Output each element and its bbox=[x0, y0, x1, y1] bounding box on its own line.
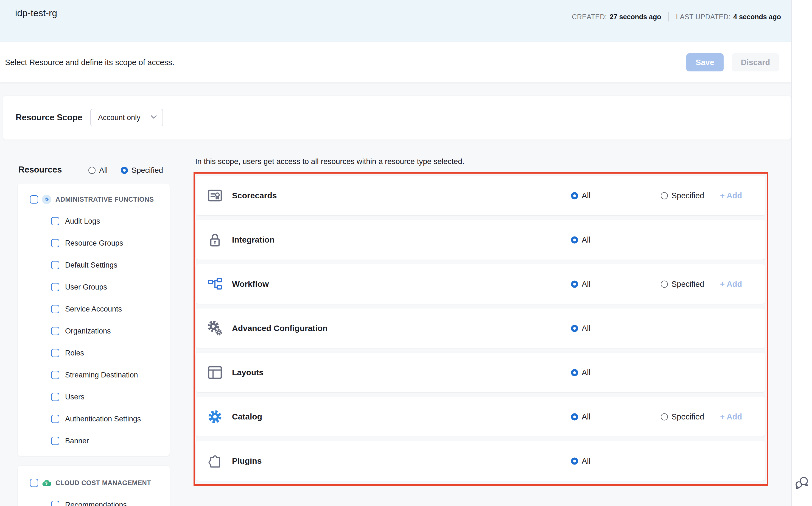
radio-label: Specified bbox=[131, 166, 163, 175]
radio-icon bbox=[121, 167, 128, 174]
created-label: CREATED: bbox=[572, 13, 607, 21]
list-item[interactable]: Organizations bbox=[18, 326, 170, 336]
item-label: Authentication Settings bbox=[65, 415, 141, 423]
radio-icon bbox=[571, 413, 578, 420]
checkbox-user-groups[interactable] bbox=[51, 283, 59, 291]
radio-label: All bbox=[582, 324, 591, 333]
item-label: Streaming Destination bbox=[65, 371, 138, 380]
group-label: ADMINISTRATIVE FUNCTIONS bbox=[56, 195, 154, 203]
resource-group-cloud-cost-management: $ CLOUD COST MANAGEMENT Recommendations bbox=[18, 466, 170, 506]
radio-icon bbox=[571, 325, 578, 332]
radio-label: Specified bbox=[672, 280, 704, 289]
row-label: Catalog bbox=[232, 412, 262, 421]
lock-icon bbox=[207, 232, 223, 248]
radio-icon bbox=[571, 280, 578, 287]
checkbox-administrative-functions[interactable] bbox=[30, 195, 38, 203]
gears-icon bbox=[207, 321, 223, 336]
item-label: Organizations bbox=[65, 327, 111, 335]
created-value: 27 seconds ago bbox=[610, 13, 661, 21]
resources-title: Resources bbox=[18, 165, 62, 175]
discard-button[interactable]: Discard bbox=[732, 53, 779, 71]
resources-radio-all[interactable]: All bbox=[88, 166, 108, 175]
scope-caption: In this scope, users get access to all r… bbox=[195, 157, 464, 166]
list-item[interactable]: Resource Groups bbox=[18, 238, 170, 248]
group-label: CLOUD COST MANAGEMENT bbox=[56, 479, 151, 487]
resource-scope-card: Resource Scope Account only bbox=[3, 96, 791, 140]
item-label: Service Accounts bbox=[65, 305, 122, 314]
row-label: Scorecards bbox=[232, 191, 277, 200]
add-button[interactable]: + Add bbox=[720, 412, 742, 421]
item-label: Banner bbox=[65, 437, 89, 445]
radio-specified[interactable]: Specified bbox=[661, 191, 704, 200]
list-item[interactable]: Users bbox=[18, 392, 170, 402]
checkbox-organizations[interactable] bbox=[51, 327, 59, 335]
checkbox-service-accounts[interactable] bbox=[51, 305, 59, 313]
updated-label: LAST UPDATED: bbox=[676, 13, 731, 21]
checkbox-banner[interactable] bbox=[51, 437, 59, 445]
radio-icon bbox=[661, 192, 668, 199]
radio-icon bbox=[571, 369, 578, 376]
checkbox-cloud-cost-management[interactable] bbox=[30, 479, 38, 487]
resource-group-administrative-functions: ADMINISTRATIVE FUNCTIONS Audit Logs Reso… bbox=[18, 183, 170, 456]
item-label: User Groups bbox=[65, 283, 107, 291]
checkbox-audit-logs[interactable] bbox=[51, 217, 59, 225]
group-header-row[interactable]: ADMINISTRATIVE FUNCTIONS bbox=[18, 195, 170, 204]
radio-specified[interactable]: Specified bbox=[661, 412, 704, 421]
radio-icon bbox=[88, 167, 96, 174]
chat-bubbles-icon[interactable] bbox=[795, 476, 809, 491]
list-item[interactable]: Service Accounts bbox=[18, 304, 170, 314]
radio-all[interactable]: All bbox=[571, 235, 591, 245]
group-header-row[interactable]: $ CLOUD COST MANAGEMENT bbox=[18, 478, 170, 488]
workflow-icon bbox=[207, 276, 223, 292]
list-item[interactable]: User Groups bbox=[18, 282, 170, 292]
cloud-dollar-icon: $ bbox=[42, 478, 51, 488]
checkbox-resource-groups[interactable] bbox=[51, 239, 59, 247]
checkbox-roles[interactable] bbox=[51, 349, 59, 357]
item-label: Audit Logs bbox=[65, 217, 100, 226]
radio-icon bbox=[571, 236, 578, 243]
list-item[interactable]: Recommendations bbox=[18, 500, 170, 506]
resource-scope-selected-value: Account only bbox=[98, 113, 140, 122]
list-item[interactable]: Banner bbox=[18, 436, 170, 445]
list-item[interactable]: Audit Logs bbox=[18, 217, 170, 226]
checkbox-recommendations[interactable] bbox=[51, 501, 59, 506]
radio-specified[interactable]: Specified bbox=[661, 280, 704, 289]
add-button[interactable]: + Add bbox=[720, 191, 742, 200]
page-title: idp-test-rg bbox=[15, 8, 57, 18]
checkbox-streaming-destination[interactable] bbox=[51, 371, 59, 379]
radio-all[interactable]: All bbox=[571, 368, 591, 377]
radio-all[interactable]: All bbox=[571, 280, 591, 289]
radio-label: All bbox=[582, 235, 591, 245]
resource-scope-label: Resource Scope bbox=[16, 96, 82, 140]
list-item[interactable]: Authentication Settings bbox=[18, 414, 170, 424]
item-label: Users bbox=[65, 393, 85, 401]
svg-text:$: $ bbox=[45, 481, 47, 485]
gear-icon bbox=[207, 409, 223, 424]
radio-all[interactable]: All bbox=[571, 324, 591, 333]
add-button[interactable]: + Add bbox=[720, 280, 742, 289]
list-item[interactable]: Roles bbox=[18, 348, 170, 358]
radio-icon bbox=[571, 457, 578, 465]
radio-all[interactable]: All bbox=[571, 191, 591, 200]
scope-row-workflow: Workflow All Specified + Add bbox=[196, 264, 765, 304]
radio-label: All bbox=[582, 191, 591, 200]
checkbox-default-settings[interactable] bbox=[51, 261, 59, 269]
chevron-down-icon bbox=[150, 115, 157, 120]
resources-radio-specified[interactable]: Specified bbox=[121, 166, 163, 175]
scope-row-plugins: Plugins All bbox=[196, 441, 765, 481]
updated-value: 4 seconds ago bbox=[733, 13, 781, 21]
radio-icon bbox=[571, 192, 578, 199]
row-label: Advanced Configuration bbox=[232, 324, 327, 333]
save-button[interactable]: Save bbox=[686, 53, 724, 71]
header-meta: CREATED: 27 seconds ago LAST UPDATED: 4 … bbox=[572, 12, 781, 21]
resource-scope-select[interactable]: Account only bbox=[90, 109, 163, 126]
radio-all[interactable]: All bbox=[571, 412, 591, 421]
list-item[interactable]: Streaming Destination bbox=[18, 370, 170, 380]
row-label: Plugins bbox=[232, 456, 262, 466]
list-item[interactable]: Default Settings bbox=[18, 260, 170, 270]
meta-divider bbox=[669, 12, 669, 21]
page: idp-test-rg CREATED: 27 seconds ago LAST… bbox=[0, 0, 812, 506]
checkbox-authentication-settings[interactable] bbox=[51, 415, 59, 423]
radio-all[interactable]: All bbox=[571, 456, 591, 466]
checkbox-users[interactable] bbox=[51, 393, 59, 401]
